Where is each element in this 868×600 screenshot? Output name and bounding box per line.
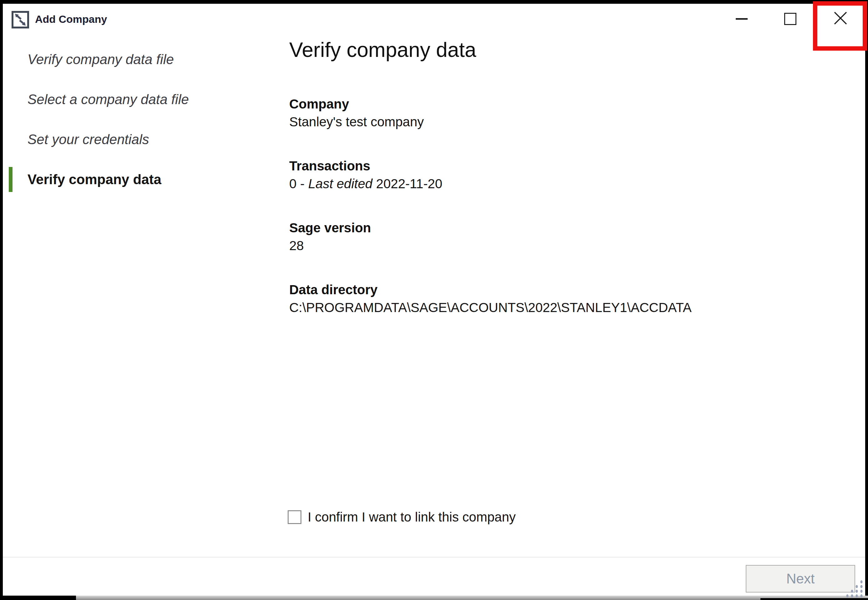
confirm-link-row: I confirm I want to link this company bbox=[288, 510, 516, 525]
add-company-app-icon bbox=[11, 11, 29, 29]
minimize-button[interactable] bbox=[723, 4, 760, 34]
window-title: Add Company bbox=[35, 13, 107, 25]
window-border-bottom-right-segment bbox=[760, 598, 868, 600]
sage-version-value: 28 bbox=[289, 238, 839, 254]
confirm-checkbox-label: I confirm I want to link this company bbox=[308, 510, 516, 525]
sage-version-label: Sage version bbox=[289, 218, 839, 238]
maximize-icon bbox=[784, 13, 797, 25]
company-section: Company Stanley's test company bbox=[289, 94, 839, 130]
step-verify-company-data-file[interactable]: Verify company data file bbox=[9, 51, 228, 68]
transactions-last-edited-date: 2022-11-20 bbox=[373, 176, 442, 191]
data-directory-value: C:\PROGRAMDATA\SAGE\ACCOUNTS\2022\STANLE… bbox=[289, 300, 839, 316]
resize-grip-icon[interactable] bbox=[845, 579, 864, 598]
company-label: Company bbox=[289, 94, 839, 114]
data-directory-label: Data directory bbox=[289, 280, 839, 300]
main-content: Verify company data Company Stanley's te… bbox=[289, 38, 839, 342]
minimize-icon bbox=[736, 18, 748, 20]
transactions-count: 0 - bbox=[289, 176, 308, 191]
window-border-top bbox=[0, 0, 868, 4]
data-directory-section: Data directory C:\PROGRAMDATA\SAGE\ACCOU… bbox=[289, 280, 839, 316]
wizard-steps-sidebar: Verify company data file Select a compan… bbox=[9, 51, 228, 188]
window-border-left bbox=[0, 0, 3, 600]
company-details: Company Stanley's test company Transacti… bbox=[289, 94, 839, 316]
confirm-checkbox[interactable] bbox=[288, 510, 301, 524]
sage-version-section: Sage version 28 bbox=[289, 218, 839, 254]
close-icon bbox=[833, 11, 848, 27]
company-value: Stanley's test company bbox=[289, 114, 839, 130]
step-set-your-credentials[interactable]: Set your credentials bbox=[9, 131, 228, 148]
next-button[interactable]: Next bbox=[746, 565, 855, 592]
step-select-a-company-data-file[interactable]: Select a company data file bbox=[9, 91, 228, 108]
title-bar: Add Company bbox=[0, 4, 868, 38]
window-border-bottom-left-segment bbox=[0, 595, 76, 600]
page-title: Verify company data bbox=[289, 38, 839, 62]
window-border-right bbox=[865, 0, 868, 600]
close-button[interactable] bbox=[822, 4, 859, 34]
step-verify-company-data-active[interactable]: Verify company data bbox=[9, 171, 228, 188]
window-border-bottom bbox=[0, 595, 868, 600]
transactions-value: 0 - Last edited 2022-11-20 bbox=[289, 176, 839, 192]
maximize-button[interactable] bbox=[771, 4, 809, 34]
transactions-section: Transactions 0 - Last edited 2022-11-20 bbox=[289, 156, 839, 192]
transactions-last-edited-text: Last edited bbox=[308, 176, 373, 191]
transactions-label: Transactions bbox=[289, 156, 839, 176]
footer-separator bbox=[3, 557, 865, 558]
